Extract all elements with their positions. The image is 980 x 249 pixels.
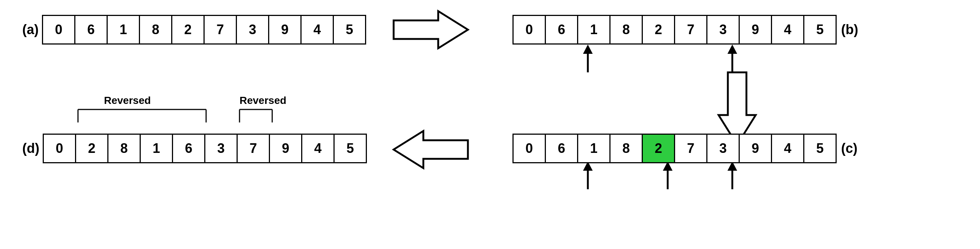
- cell-a-0: 0: [42, 15, 75, 44]
- array-c: 0 6 1 8 2 7 3 9 4 5 (c): [512, 133, 858, 163]
- cell-b-6: 3: [706, 15, 740, 44]
- cell-c-7: 9: [739, 133, 772, 163]
- reversed-label-2: Reversed: [240, 95, 286, 106]
- cell-a-2: 1: [107, 15, 140, 44]
- cell-d-5: 3: [204, 133, 238, 163]
- cell-d-1: 2: [75, 133, 108, 163]
- cell-a-6: 3: [236, 15, 269, 44]
- cell-b-0: 0: [512, 15, 546, 44]
- cell-d-2: 8: [107, 133, 141, 163]
- diagram: (a) 0 6 1 8 2 7 3 9 4 5 0 6 1 8 2 7 3 9 …: [0, 0, 980, 249]
- cell-c-0: 0: [512, 133, 546, 163]
- cell-d-4: 6: [172, 133, 205, 163]
- array-d: (d) 0 2 8 1 6 3 7 9 4 5: [22, 133, 367, 163]
- cell-a-8: 4: [301, 15, 334, 44]
- up-arrow-b-1-head-icon: [583, 44, 593, 54]
- reversed-label-1: Reversed: [104, 95, 151, 106]
- cell-b-9: 5: [803, 15, 837, 44]
- array-b: 0 6 1 8 2 7 3 9 4 5 (b): [512, 15, 858, 44]
- cell-b-1: 6: [545, 15, 578, 44]
- cell-b-8: 4: [771, 15, 804, 44]
- cell-a-4: 2: [171, 15, 205, 44]
- array-c-label: (c): [841, 141, 858, 156]
- cell-c-1: 6: [545, 133, 578, 163]
- cell-a-7: 9: [268, 15, 302, 44]
- cell-c-2: 1: [577, 133, 611, 163]
- arrow-c-to-d-icon: [394, 131, 468, 168]
- array-d-label: (d): [22, 141, 39, 156]
- cell-b-2: 1: [577, 15, 611, 44]
- cell-c-9: 5: [803, 133, 837, 163]
- cell-a-9: 5: [333, 15, 366, 44]
- cell-c-3: 8: [609, 133, 643, 163]
- cell-d-0: 0: [43, 133, 76, 163]
- cell-d-8: 4: [301, 133, 334, 163]
- cell-c-8: 4: [771, 133, 804, 163]
- cell-a-5: 7: [204, 15, 237, 44]
- array-a-label: (a): [22, 22, 39, 38]
- cell-b-7: 9: [739, 15, 772, 44]
- cell-d-6: 7: [237, 133, 270, 163]
- array-b-label: (b): [841, 22, 858, 38]
- cell-d-3: 1: [140, 133, 173, 163]
- cell-d-7: 9: [269, 133, 302, 163]
- cell-b-4: 2: [642, 15, 675, 44]
- array-a: (a) 0 6 1 8 2 7 3 9 4 5: [22, 15, 366, 44]
- cell-c-6: 3: [706, 133, 740, 163]
- arrow-a-to-b-icon: [394, 11, 468, 48]
- cell-b-5: 7: [674, 15, 708, 44]
- cell-b-3: 8: [609, 15, 643, 44]
- up-arrow-b-6-head-icon: [727, 44, 737, 54]
- cell-d-9: 5: [334, 133, 367, 163]
- cell-c-5: 7: [674, 133, 708, 163]
- cell-a-3: 8: [139, 15, 172, 44]
- cell-a-1: 6: [74, 15, 108, 44]
- cell-c-4: 2: [642, 133, 675, 163]
